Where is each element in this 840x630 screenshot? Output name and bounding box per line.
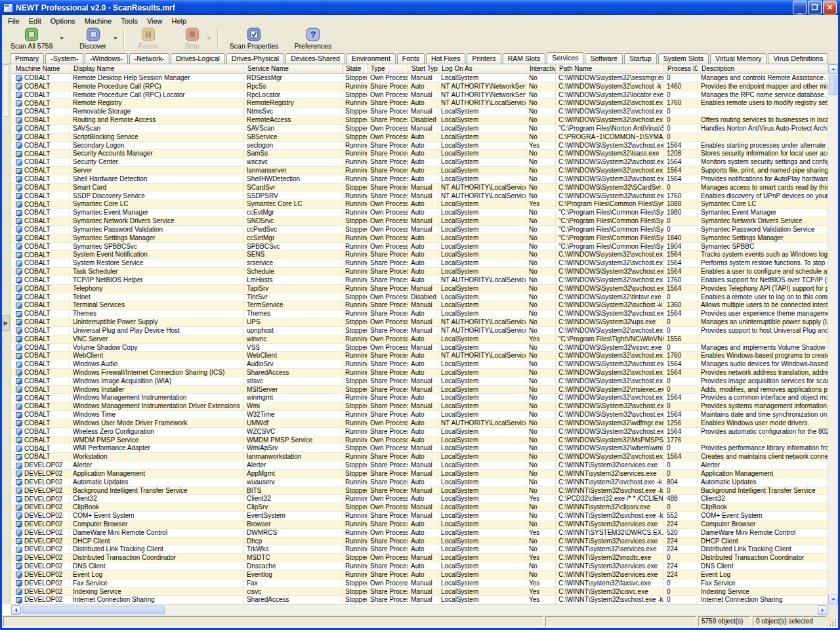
table-row[interactable]: DEVELOP02Distributed Link Tracking Clien… bbox=[11, 545, 828, 554]
column-header-start[interactable]: Start Type bbox=[408, 64, 438, 74]
table-row[interactable]: COBALTWindows Firewall/Internet Connecti… bbox=[11, 369, 828, 377]
table-row[interactable]: DEVELOP02Background Intelligent Transfer… bbox=[11, 487, 828, 495]
stop-dropdown[interactable] bbox=[205, 26, 213, 51]
tab-drives-physical[interactable]: Drives-Physical bbox=[226, 53, 284, 64]
table-row[interactable]: DEVELOP02Client32Client32RunningOwn Proc… bbox=[11, 495, 828, 503]
column-header-desc[interactable]: Description bbox=[698, 64, 828, 74]
table-row[interactable]: DEVELOP02COM+ Event SystemEventSystemRun… bbox=[11, 512, 828, 520]
table-row[interactable]: COBALTWindows Image Acquisition (WIA)sti… bbox=[11, 377, 828, 386]
table-row[interactable]: COBALTRemote Procedure Call (RPC) Locato… bbox=[11, 91, 828, 100]
table-row[interactable]: COBALTSystem Event NotificationSENSRunni… bbox=[11, 251, 828, 259]
menu-item-options[interactable]: Options bbox=[46, 16, 80, 26]
table-row[interactable]: COBALTWMI Performance AdapterWmiApSrvSto… bbox=[11, 444, 828, 453]
table-row[interactable]: COBALTSecurity Accounts ManagerSamSsRunn… bbox=[11, 150, 828, 158]
discover-button[interactable]: Discover bbox=[75, 26, 111, 51]
vertical-scroll-thumb[interactable] bbox=[829, 75, 837, 95]
table-row[interactable]: COBALTSecondary LogonseclogonRunningShar… bbox=[11, 142, 828, 150]
scan-all-dropdown[interactable] bbox=[57, 26, 66, 51]
table-row[interactable]: COBALTWindows AudioAudioSrvRunningShare … bbox=[11, 360, 828, 369]
horizontal-scroll-thumb[interactable] bbox=[22, 606, 165, 614]
table-row[interactable]: DEVELOP02Automatic UpdateswuauservRunnin… bbox=[11, 478, 828, 487]
tab-primary[interactable]: Primary bbox=[10, 53, 44, 64]
tab-hot-fixes[interactable]: Hot Fixes bbox=[426, 53, 465, 64]
close-button[interactable]: ✕ bbox=[823, 1, 837, 14]
table-row[interactable]: COBALTSAVScanSAVScanStoppedOwn ProcessMa… bbox=[11, 125, 828, 133]
column-header-type[interactable]: Type bbox=[368, 64, 408, 74]
table-row[interactable]: COBALTRemovable StorageNtmsSvcStoppedSha… bbox=[11, 108, 828, 116]
column-header-display[interactable]: Display Name bbox=[70, 64, 244, 74]
tab-system[interactable]: -System- bbox=[45, 53, 83, 64]
column-header-pid[interactable]: Process ID bbox=[664, 64, 698, 74]
tab-drives-logical[interactable]: Drives-Logical bbox=[171, 53, 225, 64]
tab-virus-definitions[interactable]: Virus Definitions bbox=[768, 53, 828, 64]
resize-grip[interactable] bbox=[828, 618, 837, 627]
table-row[interactable]: COBALTWireless Zero ConfigurationWZCSVCR… bbox=[11, 428, 828, 436]
table-row[interactable]: COBALTUninterruptible Power SupplyUPSSto… bbox=[11, 318, 828, 327]
table-row[interactable]: COBALTVNC ServerwinvncRunningOwn Process… bbox=[11, 335, 828, 344]
scan-all-button[interactable]: Scan All 5759 bbox=[6, 26, 57, 51]
discover-dropdown[interactable] bbox=[111, 26, 119, 51]
tab-system-slots[interactable]: System Slots bbox=[658, 53, 709, 64]
tab-fonts[interactable]: Fonts bbox=[397, 53, 425, 64]
table-row[interactable]: COBALTScriptBlocking ServiceSBServiceSto… bbox=[11, 133, 828, 142]
horizontal-scrollbar[interactable] bbox=[11, 604, 828, 615]
table-row[interactable]: COBALTSSDP Discovery ServiceSSDPSRVRunni… bbox=[11, 192, 828, 201]
column-header-state[interactable]: State bbox=[343, 64, 368, 74]
table-row[interactable]: DEVELOP02Indexing ServicecisvcStoppedSha… bbox=[11, 588, 828, 597]
table-row[interactable]: COBALTSystem Restore ServicesrserviceRun… bbox=[11, 259, 828, 268]
menu-item-machine[interactable]: Machine bbox=[80, 16, 117, 26]
table-row[interactable]: COBALTRemote Procedure Call (RPC)RpcSsRu… bbox=[11, 83, 828, 91]
scroll-right-button[interactable] bbox=[818, 605, 828, 615]
table-row[interactable]: COBALTSymantec Settings ManagerccSetMgrR… bbox=[11, 234, 828, 243]
column-header-logon[interactable]: Log On As bbox=[438, 64, 526, 74]
table-row[interactable]: DEVELOP02DHCP ClientDhcpRunningShare Pro… bbox=[11, 537, 828, 546]
table-row[interactable]: COBALTWindows Management Instrumentation… bbox=[11, 402, 828, 411]
scroll-down-button[interactable] bbox=[828, 595, 838, 604]
tab-services[interactable]: Services bbox=[547, 52, 583, 64]
table-row[interactable]: COBALTWindows Management Instrumentation… bbox=[11, 394, 828, 402]
column-header-service[interactable]: Service Name bbox=[244, 64, 343, 74]
table-row[interactable]: COBALTSymantec Event ManagerccEvtMgrRunn… bbox=[11, 209, 828, 217]
vertical-scrollbar[interactable] bbox=[828, 64, 838, 604]
minimize-button[interactable]: _ bbox=[793, 1, 807, 14]
table-row[interactable]: COBALTTask SchedulerScheduleRunningShare… bbox=[11, 268, 828, 276]
table-row[interactable]: COBALTSmart CardSCardSvrStoppedShare Pro… bbox=[11, 184, 828, 192]
table-row[interactable]: COBALTWorkstationlanmanworkstationRunnin… bbox=[11, 453, 828, 461]
table-row[interactable]: DEVELOP02Computer BrowserBrowserRunningS… bbox=[11, 520, 828, 529]
menu-item-file[interactable]: File bbox=[3, 16, 24, 26]
preferences-button[interactable]: ? Preferences bbox=[290, 26, 337, 51]
table-row[interactable]: DEVELOP02Fax ServiceFaxStoppedOwn Proces… bbox=[11, 579, 828, 588]
tab-devices-shared[interactable]: Devices-Shared bbox=[285, 53, 345, 64]
tab-printers[interactable]: Printers bbox=[467, 53, 501, 64]
tab-environment[interactable]: Environment bbox=[346, 53, 396, 64]
table-row[interactable]: COBALTSymantec Network Drivers ServiceSN… bbox=[11, 217, 828, 226]
table-row[interactable]: COBALTWindows InstallerMSIServerStoppedS… bbox=[11, 386, 828, 394]
tab-virtual-memory[interactable]: Virtual Memory bbox=[710, 53, 766, 64]
table-row[interactable]: DEVELOP02Event LogEventlogRunningShare P… bbox=[11, 571, 828, 579]
table-row[interactable]: COBALTVolume Shadow CopyVSSStoppedOwn Pr… bbox=[11, 344, 828, 352]
menu-item-view[interactable]: View bbox=[142, 16, 167, 26]
scroll-left-button[interactable] bbox=[11, 605, 21, 615]
table-row[interactable]: COBALTWebClientWebClientRunningShare Pro… bbox=[11, 352, 828, 360]
table-row[interactable]: COBALTWindows User Mode Driver Framework… bbox=[11, 419, 828, 428]
menu-item-tools[interactable]: Tools bbox=[116, 16, 142, 26]
table-row[interactable]: COBALTRemote RegistryRemoteRegistryRunni… bbox=[11, 99, 828, 108]
table-row[interactable]: COBALTSymantec Core LCSymantec Core LCRu… bbox=[11, 200, 828, 209]
table-row[interactable]: DEVELOP02Internet Connection SharingShar… bbox=[11, 596, 828, 604]
table-row[interactable]: COBALTWindows TimeW32TimeRunningShare Pr… bbox=[11, 411, 828, 419]
maximize-button[interactable]: ❐ bbox=[808, 1, 822, 14]
column-header-machine[interactable]: Machine Name bbox=[11, 64, 70, 74]
table-row[interactable]: COBALTSymantec SPBBCSvcSPBBCSvcRunningOw… bbox=[11, 243, 828, 251]
tab-windows[interactable]: -Windows- bbox=[85, 53, 128, 64]
scroll-up-button[interactable] bbox=[828, 64, 838, 74]
table-row[interactable]: COBALTTerminal ServicesTermServiceRunnin… bbox=[11, 301, 828, 310]
left-splitter-strip[interactable]: ▶ bbox=[2, 64, 11, 604]
table-row[interactable]: COBALTRouting and Remote AccessRemoteAcc… bbox=[11, 116, 828, 125]
menu-item-help[interactable]: Help bbox=[167, 16, 192, 26]
table-row[interactable]: COBALTTelnetTlntSvrStoppedOwn ProcessDis… bbox=[11, 293, 828, 302]
splitter-expand-arrow[interactable]: ▶ bbox=[2, 315, 10, 331]
column-header-path[interactable]: Path Name bbox=[556, 64, 664, 74]
table-row[interactable]: COBALTSecurity CenterwscsvcRunningShare … bbox=[11, 158, 828, 167]
table-row[interactable]: DEVELOP02Distributed Transaction Coordin… bbox=[11, 554, 828, 562]
table-row[interactable]: COBALTThemesThemesRunningShare ProcessAu… bbox=[11, 310, 828, 318]
